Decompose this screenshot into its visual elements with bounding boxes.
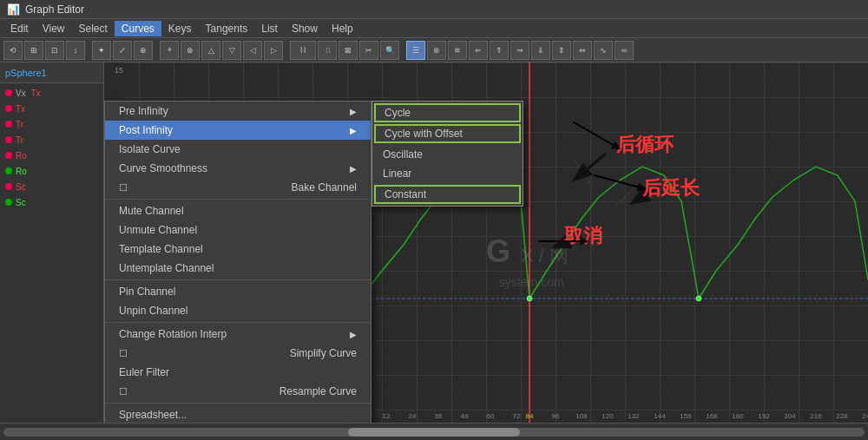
- toolbar-btn-18[interactable]: 🔍: [380, 41, 399, 60]
- menu-separator-3: [105, 322, 371, 323]
- toolbar-btn-13[interactable]: ▷: [264, 41, 283, 60]
- svg-text:120: 120: [602, 412, 614, 420]
- menu-item-unpin-channel[interactable]: Unpin Channel: [105, 301, 371, 320]
- channel-tx[interactable]: Tx: [0, 101, 103, 116]
- post-infinity-arrow: ▶: [350, 126, 357, 135]
- svg-text:12: 12: [383, 412, 391, 420]
- toolbar-btn-9[interactable]: ⊗: [181, 41, 200, 60]
- toolbar-btn-27[interactable]: ⇔: [573, 41, 592, 60]
- svg-text:144: 144: [654, 412, 666, 420]
- svg-text:96: 96: [552, 412, 560, 420]
- menu-tangents[interactable]: Tangents: [199, 21, 255, 36]
- submenu-item-oscillate[interactable]: Oscillate: [372, 145, 523, 164]
- toolbar-btn-7[interactable]: ⊕: [134, 41, 153, 60]
- toolbar-btn-8[interactable]: ⌖: [160, 41, 179, 60]
- menu-help[interactable]: Help: [325, 21, 360, 36]
- toolbar-btn-22[interactable]: ⇐: [469, 41, 488, 60]
- menu-item-pre-infinity[interactable]: Pre Infinity ▶: [105, 102, 371, 121]
- app-title: Graph Editor: [25, 3, 84, 16]
- scroll-track[interactable]: [3, 428, 865, 437]
- menu-view[interactable]: View: [36, 21, 72, 36]
- menu-item-spreadsheet[interactable]: Spreadsheet...: [105, 405, 371, 423]
- toolbar-btn-3[interactable]: ⊡: [45, 41, 64, 60]
- svg-text:132: 132: [628, 412, 640, 420]
- menu-item-mute-channel[interactable]: Mute Channel: [105, 201, 371, 220]
- submenu-item-cycle[interactable]: Cycle: [374, 103, 521, 122]
- toolbar-btn-14[interactable]: ⌇⌇: [290, 41, 316, 60]
- pre-infinity-arrow: ▶: [350, 107, 357, 116]
- menu-item-curve-smoothness[interactable]: Curve Smoothness ▶: [105, 159, 371, 178]
- toolbar-btn-4[interactable]: ↕: [66, 41, 85, 60]
- svg-text:72: 72: [513, 412, 521, 420]
- graph-area: 15 9 8 7 6 5 4 3 2 1 0 -1 -2 -3 -108 -96…: [104, 62, 868, 423]
- toolbar-btn-25[interactable]: ⇓: [531, 41, 550, 60]
- toolbar-btn-5[interactable]: ✦: [92, 41, 111, 60]
- svg-point-51: [527, 296, 532, 301]
- toolbar-btn-15[interactable]: ⎍: [318, 41, 337, 60]
- menu-item-bake-channel[interactable]: ☐ Bake Channel: [105, 178, 371, 197]
- svg-text:84: 84: [526, 412, 534, 420]
- menu-item-untemplate-channel[interactable]: Untemplate Channel: [105, 259, 371, 278]
- left-panel: pSphere1 Vx Tx Tx Tr Tr Ro Ro Sc: [0, 62, 104, 423]
- channel-ty[interactable]: Tr: [0, 116, 103, 132]
- menu-show[interactable]: Show: [285, 21, 325, 36]
- channel-rx[interactable]: Ro: [0, 148, 103, 163]
- toolbar-btn-10[interactable]: △: [201, 41, 220, 60]
- toolbar-btn-6[interactable]: ⤢: [113, 41, 132, 60]
- bottom-scrollbar: [0, 423, 868, 440]
- channel-vx[interactable]: Vx Tx: [0, 85, 103, 101]
- svg-text:204: 204: [784, 412, 796, 420]
- menu-curves[interactable]: Curves: [115, 21, 161, 36]
- menu-item-pin-channel[interactable]: Pin Channel: [105, 282, 371, 301]
- menu-item-resample-curve[interactable]: ☐ Resample Curve: [105, 382, 371, 401]
- channel-rz[interactable]: Sc: [0, 179, 103, 194]
- svg-text:192: 192: [758, 412, 770, 420]
- toolbar-btn-2[interactable]: ⊞: [24, 41, 43, 60]
- toolbar-btn-17[interactable]: ✂: [359, 41, 378, 60]
- toolbar-btn-26[interactable]: ⇕: [552, 41, 571, 60]
- menu-item-isolate-curve[interactable]: Isolate Curve: [105, 140, 371, 159]
- menu-item-euler-filter[interactable]: Euler Filter: [105, 363, 371, 382]
- toolbar-btn-12[interactable]: ◁: [243, 41, 262, 60]
- toolbar-btn-24[interactable]: ⇒: [510, 41, 529, 60]
- toolbar-btn-21[interactable]: ≋: [448, 41, 467, 60]
- svg-text:15: 15: [115, 66, 123, 75]
- menu-bar: Edit View Select Curves Keys Tangents Li…: [0, 19, 868, 38]
- menu-keys[interactable]: Keys: [161, 21, 199, 36]
- scroll-thumb[interactable]: [348, 428, 520, 437]
- menu-item-simplify-curve[interactable]: ☐ Simplify Curve: [105, 344, 371, 363]
- toolbar-btn-20[interactable]: ⊛: [427, 41, 446, 60]
- toolbar-btn-23[interactable]: ⇑: [490, 41, 509, 60]
- svg-text:168: 168: [706, 412, 718, 420]
- toolbar-btn-16[interactable]: ⊠: [339, 41, 358, 60]
- toolbar-btn-28[interactable]: ∿: [594, 41, 613, 60]
- svg-text:108: 108: [575, 412, 588, 420]
- submenu-item-constant[interactable]: Constant: [374, 185, 521, 204]
- menu-edit[interactable]: Edit: [3, 21, 36, 36]
- toolbar-btn-29[interactable]: ∞: [615, 41, 634, 60]
- channel-ry[interactable]: Ro: [0, 163, 103, 179]
- change-rotation-arrow: ▶: [350, 330, 357, 339]
- svg-text:36: 36: [435, 412, 443, 420]
- channel-sx[interactable]: Sc: [0, 194, 103, 210]
- submenu-item-linear[interactable]: Linear: [372, 164, 523, 183]
- menu-item-post-infinity[interactable]: Post Infinity ▶: [105, 121, 371, 140]
- submenu-item-cycle-offset[interactable]: Cycle with Offset: [374, 124, 521, 143]
- toolbar-btn-1[interactable]: ⟲: [3, 41, 23, 60]
- toolbar-btn-19[interactable]: ☰: [406, 41, 425, 60]
- node-name: pSphere1: [5, 68, 47, 78]
- menu-select[interactable]: Select: [71, 21, 114, 36]
- svg-text:X / 网: X / 网: [521, 245, 569, 266]
- toolbar-btn-11[interactable]: ▽: [222, 41, 241, 60]
- svg-point-52: [696, 296, 701, 301]
- svg-text:228: 228: [836, 412, 848, 420]
- menu-list[interactable]: List: [254, 21, 285, 36]
- menu-item-unmute-channel[interactable]: Unmute Channel: [105, 220, 371, 240]
- resample-curve-check: ☐: [119, 386, 133, 397]
- menu-item-template-channel[interactable]: Template Channel: [105, 240, 371, 259]
- menu-separator-4: [105, 403, 371, 404]
- svg-text:216: 216: [810, 412, 822, 420]
- channel-tz[interactable]: Tr: [0, 132, 103, 148]
- svg-text:240: 240: [862, 412, 868, 420]
- menu-item-change-rotation[interactable]: Change Rotation Interp ▶: [105, 325, 371, 344]
